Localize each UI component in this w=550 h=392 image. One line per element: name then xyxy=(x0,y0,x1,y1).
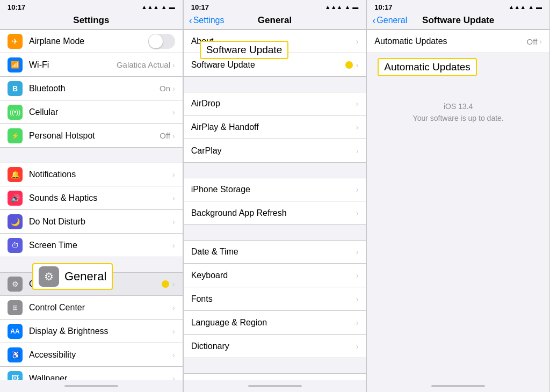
home-indicator-2 xyxy=(184,380,366,392)
general-cell-datetime[interactable]: Date & Time › xyxy=(184,240,366,264)
fonts-chevron: › xyxy=(356,295,359,303)
home-indicator-1 xyxy=(0,380,183,392)
settings-cell-airplane[interactable]: ✈ Airplane Mode xyxy=(0,30,183,53)
panel-software-update: 10:17 ▲▲▲ ▲ ▬ ‹ General Software Update … xyxy=(367,0,550,392)
settings-cell-display[interactable]: AA Display & Brightness › xyxy=(0,320,183,343)
auto-updates-label: Automatic Updates xyxy=(374,37,526,46)
general-cell-carplay[interactable]: CarPlay › xyxy=(184,139,366,163)
settings-group-2: 🔔 Notifications › 🔊 Sounds & Haptics › 🌙 xyxy=(0,163,183,257)
nav-title-swupdate: Software Update xyxy=(422,15,494,26)
hotspot-icon: ⚡ xyxy=(8,128,23,143)
accessibility-icon: ♿ xyxy=(8,347,23,362)
dnd-icon: 🌙 xyxy=(8,214,23,229)
notifications-label: Notifications xyxy=(29,170,172,179)
general-icon: ⚙ xyxy=(8,277,23,292)
airplay-chevron: › xyxy=(356,123,359,132)
accessibility-label: Accessibility xyxy=(29,350,172,360)
back-chevron-sw: ‹ xyxy=(372,16,375,25)
datetime-chevron: › xyxy=(356,248,359,256)
carplay-chevron: › xyxy=(356,147,359,155)
softwareupdate-chevron: › xyxy=(356,61,359,69)
nav-bar-swupdate: ‹ General Software Update xyxy=(367,13,549,30)
dictionary-chevron: › xyxy=(356,342,359,351)
nav-title-general: General xyxy=(258,15,292,26)
sounds-chevron: › xyxy=(172,194,175,202)
panel-settings: 10:17 ▲▲▲ ▲ ▬ Settings ✈ Airplane Mode xyxy=(0,0,184,392)
general-cell-airdrop[interactable]: AirDrop › xyxy=(184,92,366,115)
panel-general: 10:17 ▲▲▲ ▲ ▬ ‹ Settings General About › xyxy=(184,0,367,392)
dnd-chevron: › xyxy=(172,217,175,226)
back-button-swupdate[interactable]: ‹ General xyxy=(372,16,407,25)
callout-automatic-updates: Automatic Updates xyxy=(378,58,477,76)
airplane-toggle[interactable] xyxy=(148,34,175,49)
settings-cell-wallpaper[interactable]: 🖼 Wallpaper › xyxy=(0,367,183,380)
general-cell-iphonestorage[interactable]: iPhone Storage › xyxy=(184,178,366,201)
settings-cell-sounds[interactable]: 🔊 Sounds & Haptics › xyxy=(0,186,183,210)
general-cell-fonts[interactable]: Fonts › xyxy=(184,287,366,311)
settings-list-2: About › Software Update › AirDrop › AirP… xyxy=(184,30,366,380)
airplane-icon: ✈ xyxy=(8,34,23,49)
general-cell-keyboard[interactable]: Keyboard › xyxy=(184,264,366,287)
settings-cell-wifi[interactable]: 📶 Wi-Fi Galatica Actual › xyxy=(0,53,183,77)
general-cell-backgroundapp[interactable]: Background App Refresh › xyxy=(184,201,366,225)
settings-cell-notifications[interactable]: 🔔 Notifications › xyxy=(0,163,183,186)
settings-cell-cellular[interactable]: ((•)) Cellular › xyxy=(0,100,183,124)
airplane-label: Airplane Mode xyxy=(29,37,148,46)
sw-update-group-1: Automatic Updates Off › xyxy=(367,30,549,53)
status-bar-3: 10:17 ▲▲▲ ▲ ▬ xyxy=(367,0,549,13)
bluetooth-chevron: › xyxy=(172,84,175,93)
callout-general: ⚙ General xyxy=(32,263,113,290)
carplay-label: CarPlay xyxy=(191,146,356,156)
airdrop-chevron: › xyxy=(356,99,359,108)
cellular-icon: ((•)) xyxy=(8,105,23,120)
sounds-label: Sounds & Haptics xyxy=(29,193,172,203)
general-cell-airplay[interactable]: AirPlay & Handoff › xyxy=(184,115,366,139)
datetime-label: Date & Time xyxy=(191,247,356,257)
sw-auto-updates-cell[interactable]: Automatic Updates Off › xyxy=(367,30,549,53)
display-chevron: › xyxy=(172,327,175,336)
wifi-icon-3: ▲ xyxy=(528,4,534,10)
screentime-label: Screen Time xyxy=(29,241,172,250)
settings-cell-accessibility[interactable]: ♿ Accessibility › xyxy=(0,343,183,367)
controlcenter-label: Control Center xyxy=(29,303,172,313)
backgroundapp-chevron: › xyxy=(356,209,359,217)
wifi-icon-2: ▲ xyxy=(344,4,350,10)
settings-cell-dnd[interactable]: 🌙 Do Not Disturb › xyxy=(0,210,183,234)
battery-icon-3: ▬ xyxy=(536,4,542,10)
settings-cell-bluetooth[interactable]: B Bluetooth On › xyxy=(0,77,183,100)
wifi-chevron: › xyxy=(172,61,175,69)
status-time-2: 10:17 xyxy=(191,3,209,11)
softwareupdate-dot xyxy=(345,61,353,69)
status-icons-2: ▲▲▲ ▲ ▬ xyxy=(325,4,359,10)
settings-list-3: Automatic Updates Off › iOS 13.4 Your so… xyxy=(367,30,549,380)
status-icons-3: ▲▲▲ ▲ ▬ xyxy=(508,4,542,10)
settings-list-1: ✈ Airplane Mode 📶 Wi-Fi Galatica Actual … xyxy=(0,30,183,380)
general-cell-vpn[interactable]: VPN Not Connected › xyxy=(184,373,366,380)
back-button-general[interactable]: ‹ Settings xyxy=(189,16,225,25)
backgroundapp-label: Background App Refresh xyxy=(191,208,356,218)
language-chevron: › xyxy=(356,318,359,327)
hotspot-chevron: › xyxy=(172,132,175,140)
dictionary-label: Dictionary xyxy=(191,342,356,351)
settings-cell-controlcenter[interactable]: ⊞ Control Center › xyxy=(0,296,183,320)
settings-cell-hotspot[interactable]: ⚡ Personal Hotspot Off › xyxy=(0,124,183,148)
settings-cell-screentime[interactable]: ⏱ Screen Time › xyxy=(0,234,183,257)
general-group-5: VPN Not Connected › xyxy=(184,373,366,380)
signal-icon: ▲▲▲ xyxy=(141,4,159,10)
keyboard-label: Keyboard xyxy=(191,271,356,280)
controlcenter-icon: ⊞ xyxy=(8,300,23,315)
battery-icon: ▬ xyxy=(169,4,175,10)
battery-icon-2: ▬ xyxy=(352,4,358,10)
general-cell-language[interactable]: Language & Region › xyxy=(184,311,366,335)
general-group-4: Date & Time › Keyboard › Fonts › Languag… xyxy=(184,240,366,358)
accessibility-chevron: › xyxy=(172,351,175,359)
general-chevron: › xyxy=(172,280,175,288)
controlcenter-chevron: › xyxy=(172,303,175,312)
general-group-3: iPhone Storage › Background App Refresh … xyxy=(184,178,366,225)
notifications-chevron: › xyxy=(172,170,175,179)
general-cell-dictionary[interactable]: Dictionary › xyxy=(184,335,366,358)
dnd-label: Do Not Disturb xyxy=(29,217,172,227)
cellular-chevron: › xyxy=(172,108,175,117)
bluetooth-icon: B xyxy=(8,81,23,96)
bluetooth-value: On xyxy=(160,84,170,93)
